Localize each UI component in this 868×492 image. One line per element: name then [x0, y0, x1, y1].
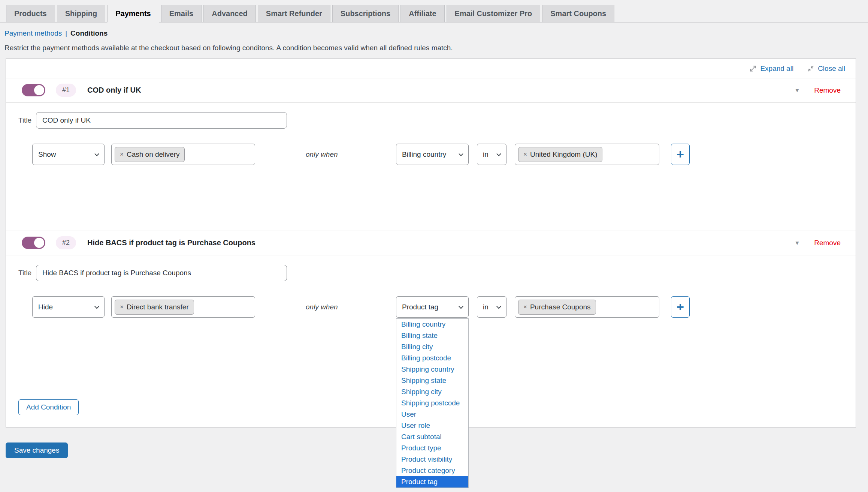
tab-shipping[interactable]: Shipping — [57, 5, 106, 22]
condition-number-badge: #1 — [56, 84, 76, 97]
tag-chip: ×Purchase Coupons — [518, 300, 596, 315]
remove-tag-icon[interactable]: × — [120, 151, 124, 158]
close-all-link[interactable]: Close all — [807, 64, 845, 73]
dropdown-option-billing-city[interactable]: Billing city — [396, 341, 468, 352]
payment-methods-input[interactable]: ×Direct bank transfer — [111, 296, 255, 318]
action-select-value: Hide — [38, 303, 53, 311]
enable-toggle[interactable] — [22, 237, 45, 249]
operator-select-value: in — [483, 150, 489, 159]
dropdown-option-billing-country[interactable]: Billing country — [396, 319, 468, 330]
dropdown-option-cart-subtotal[interactable]: Cart subtotal — [396, 431, 468, 442]
tab-affiliate[interactable]: Affiliate — [400, 5, 444, 22]
page-description: Restrict the payment methods available a… — [4, 44, 868, 52]
dropdown-option-shipping-state[interactable]: Shipping state — [396, 375, 468, 386]
condition-header: #2 Hide BACS if product tag is Purchase … — [6, 231, 856, 255]
dropdown-option-user[interactable]: User — [396, 409, 468, 420]
action-select[interactable]: Show — [32, 144, 105, 165]
condition-block-1: #1 COD only if UK ▼ Remove Title Show ×C… — [6, 78, 856, 231]
plus-icon: + — [677, 147, 684, 162]
field-type-select[interactable]: Product tag — [396, 296, 469, 318]
tag-chip-label: Purchase Coupons — [530, 303, 591, 311]
subnav-separator: | — [65, 29, 67, 37]
tab-emails[interactable]: Emails — [161, 5, 202, 22]
field-type-dropdown: Billing countryBilling stateBilling city… — [396, 318, 469, 488]
tab-products[interactable]: Products — [6, 5, 55, 22]
condition-body: Title Hide ×Direct bank transfer only wh… — [6, 265, 856, 399]
tab-smart-refunder[interactable]: Smart Refunder — [258, 5, 330, 22]
expand-collapse-row: Expand all Close all — [6, 59, 856, 78]
condition-title-input[interactable] — [36, 265, 287, 281]
chevron-down-icon — [94, 151, 99, 156]
add-condition-button[interactable]: Add Condition — [18, 399, 79, 415]
condition-values-input[interactable]: ×Purchase Coupons — [515, 296, 659, 318]
add-rule-button[interactable]: + — [671, 144, 690, 165]
expand-all-icon — [749, 65, 757, 72]
tab-advanced[interactable]: Advanced — [203, 5, 256, 22]
dropdown-option-shipping-city[interactable]: Shipping city — [396, 386, 468, 398]
action-select-value: Show — [38, 150, 56, 159]
condition-values-input[interactable]: ×United Kingdom (UK) — [515, 144, 659, 165]
close-all-label: Close all — [818, 64, 845, 73]
dropdown-option-product-category[interactable]: Product category — [396, 465, 468, 476]
title-field-label: Title — [18, 116, 36, 124]
collapse-caret-icon[interactable]: ▼ — [794, 240, 800, 246]
title-field-label: Title — [18, 269, 36, 277]
remove-condition-link[interactable]: Remove — [814, 239, 841, 247]
remove-tag-icon[interactable]: × — [523, 151, 527, 158]
tab-payments[interactable]: Payments — [107, 5, 159, 22]
condition-name: COD only if UK — [87, 86, 141, 94]
chevron-down-icon — [94, 304, 99, 309]
plus-icon: + — [677, 300, 684, 314]
dropdown-option-product-type[interactable]: Product type — [396, 442, 468, 454]
condition-body: Title Show ×Cash on delivery only when B… — [6, 112, 856, 231]
breadcrumb: Payment methods|Conditions — [4, 29, 868, 38]
tab-smart-coupons[interactable]: Smart Coupons — [542, 5, 614, 22]
expand-all-link[interactable]: Expand all — [749, 64, 793, 73]
collapse-caret-icon[interactable]: ▼ — [794, 87, 800, 93]
remove-condition-link[interactable]: Remove — [814, 86, 841, 94]
enable-toggle[interactable] — [22, 84, 45, 96]
condition-number-badge: #2 — [56, 236, 76, 249]
operator-select-value: in — [483, 303, 489, 311]
close-all-icon — [807, 65, 814, 72]
expand-all-label: Expand all — [760, 64, 793, 73]
action-select[interactable]: Hide — [32, 296, 105, 318]
only-when-label: only when — [306, 303, 396, 311]
only-when-label: only when — [306, 150, 396, 159]
rule-row: Show ×Cash on delivery only when Billing… — [6, 144, 856, 165]
condition-header: #1 COD only if UK ▼ Remove — [6, 78, 856, 103]
condition-title-input[interactable] — [36, 112, 287, 129]
tag-chip: ×United Kingdom (UK) — [518, 147, 602, 162]
dropdown-option-billing-postcode[interactable]: Billing postcode — [396, 352, 468, 364]
subnav-payment-methods-link[interactable]: Payment methods — [4, 29, 62, 37]
operator-select[interactable]: in — [477, 144, 506, 165]
chevron-down-icon — [459, 304, 463, 309]
tag-chip: ×Cash on delivery — [115, 147, 185, 162]
remove-tag-icon[interactable]: × — [523, 303, 527, 311]
dropdown-option-billing-state[interactable]: Billing state — [396, 330, 468, 341]
remove-tag-icon[interactable]: × — [120, 303, 124, 311]
dropdown-option-shipping-postcode[interactable]: Shipping postcode — [396, 398, 468, 409]
tag-chip: ×Direct bank transfer — [115, 300, 194, 315]
dropdown-option-product-visibility[interactable]: Product visibility — [396, 454, 468, 465]
tab-subscriptions[interactable]: Subscriptions — [332, 5, 399, 22]
subnav-conditions-current: Conditions — [70, 29, 108, 37]
tag-chip-label: Cash on delivery — [127, 150, 180, 159]
rule-row: Hide ×Direct bank transfer only when Pro… — [6, 296, 856, 318]
chevron-down-icon — [496, 151, 501, 156]
operator-select[interactable]: in — [477, 296, 506, 318]
payment-methods-input[interactable]: ×Cash on delivery — [111, 144, 255, 165]
field-type-select-value: Billing country — [402, 150, 446, 159]
dropdown-option-shipping-country[interactable]: Shipping country — [396, 364, 468, 375]
dropdown-option-user-role[interactable]: User role — [396, 420, 468, 431]
dropdown-option-product-tag[interactable]: Product tag — [396, 476, 468, 488]
chevron-down-icon — [459, 151, 463, 156]
settings-tab-bar: ProductsShippingPaymentsEmailsAdvancedSm… — [0, 0, 868, 22]
add-rule-button[interactable]: + — [671, 296, 690, 318]
field-type-select[interactable]: Billing country — [396, 144, 469, 165]
tag-chip-label: United Kingdom (UK) — [530, 150, 598, 159]
conditions-panel: Expand all Close all #1 COD only if UK ▼… — [6, 58, 856, 428]
chevron-down-icon — [496, 304, 501, 309]
tab-email-customizer-pro[interactable]: Email Customizer Pro — [447, 5, 541, 22]
save-changes-button[interactable]: Save changes — [6, 442, 68, 458]
